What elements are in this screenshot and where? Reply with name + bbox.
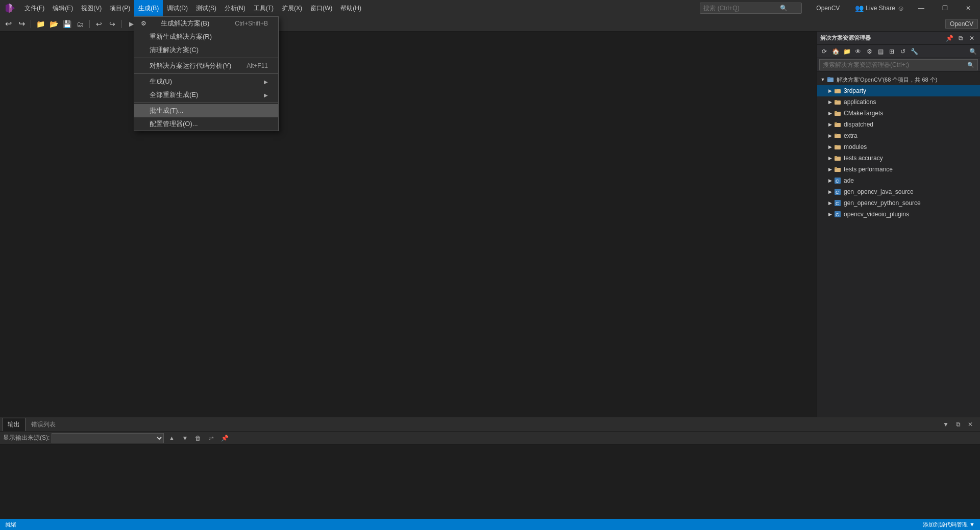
svg-text:C: C	[836, 179, 839, 184]
tree-item-modules[interactable]: ▶ modules	[817, 141, 980, 153]
output-clear-btn[interactable]: 🗑	[192, 433, 204, 444]
se-pin-btn[interactable]: 📌	[944, 33, 954, 43]
opencv-badge: OpenCV	[945, 19, 978, 29]
svg-rect-16	[835, 145, 837, 146]
live-share-area: 👥 Live Share ☺	[850, 4, 910, 12]
svg-rect-4	[827, 77, 830, 79]
toolbar-fwd-btn[interactable]: ↪	[15, 18, 28, 30]
menu-run-analysis[interactable]: 对解决方案运行代码分析(Y) Alt+F11	[134, 59, 278, 72]
tree-item-extra[interactable]: ▶ extra	[817, 130, 980, 141]
run-analysis-label: 对解决方案运行代码分析(Y)	[150, 61, 231, 70]
tab-output[interactable]: 输出	[2, 418, 26, 431]
menu-batch-build[interactable]: 批生成(T)...	[134, 104, 278, 117]
panel-dropdown-btn[interactable]: ▼	[940, 419, 951, 430]
live-share-label[interactable]: Live Share	[866, 5, 895, 12]
menu-edit[interactable]: 编辑(E)	[48, 0, 77, 16]
item-label-cmake: CMakeTargets	[844, 110, 883, 117]
toolbar-back-btn[interactable]: ↩	[2, 18, 14, 30]
special-icon-videoio: C	[834, 210, 842, 218]
se-settings-btn[interactable]: 🔧	[909, 46, 919, 57]
tree-item-gen-java[interactable]: ▶ C gen_opencv_java_source	[817, 186, 980, 197]
panel-close-btn[interactable]: ✕	[965, 419, 976, 430]
menu-debug[interactable]: 调试(D)	[163, 0, 192, 16]
tree-item-dispatched[interactable]: ▶ dispatched	[817, 119, 980, 130]
menu-rebuild-solution[interactable]: 重新生成解决方案(R)	[134, 30, 278, 43]
output-pin-btn[interactable]: 📌	[219, 433, 230, 444]
se-header-icons: 📌 ⧉ ✕	[944, 33, 977, 43]
menu-analyze[interactable]: 分析(N)	[220, 0, 250, 16]
expand-arrow-tests-perf: ▶	[826, 166, 834, 173]
menu-test[interactable]: 测试(S)	[192, 0, 220, 16]
menu-clean-solution[interactable]: 清理解决方案(C)	[134, 43, 278, 57]
se-show-all-btn[interactable]: 👁	[853, 46, 863, 57]
feedback-icon[interactable]: ☺	[897, 4, 904, 12]
close-button[interactable]: ✕	[957, 0, 980, 16]
expand-arrow-3rdparty: ▶	[826, 87, 834, 94]
svg-rect-18	[835, 156, 837, 158]
menu-view[interactable]: 视图(V)	[77, 0, 106, 16]
tree-solution-root[interactable]: ▼ 解决方案'OpenCV'(68 个项目，共 68 个)	[817, 74, 980, 85]
build-sub-arrow: ▶	[264, 79, 268, 85]
search-box[interactable]: 🔍	[700, 3, 802, 14]
se-search-input[interactable]	[823, 61, 965, 68]
menu-help[interactable]: 帮助(H)	[336, 0, 365, 16]
output-source-label: 显示输出来源(S):	[3, 434, 50, 442]
menu-build-solution[interactable]: ⚙ 生成解决方案(B) Ctrl+Shift+B	[134, 17, 278, 30]
folder-icon-dispatched	[834, 120, 842, 129]
tree-item-gen-python[interactable]: ▶ C gen_opencv_python_source	[817, 197, 980, 209]
toolbar-save-all-btn[interactable]: 🗂	[74, 18, 86, 30]
tree-item-ade[interactable]: ▶ C ade	[817, 175, 980, 186]
tab-errors[interactable]: 错误列表	[26, 418, 61, 431]
output-wrap-btn[interactable]: ⇌	[206, 433, 217, 444]
output-source-select[interactable]	[52, 433, 164, 443]
se-preview-btn[interactable]: ▤	[875, 46, 886, 57]
menu-tools[interactable]: 工具(T)	[250, 0, 278, 16]
se-props-btn[interactable]: ⚙	[864, 46, 874, 57]
tree-item-cmaketargets[interactable]: ▶ CMakeTargets	[817, 108, 980, 119]
menu-extend[interactable]: 扩展(X)	[278, 0, 306, 16]
tree-item-applications[interactable]: ▶ applications	[817, 96, 980, 108]
bottom-panel: 输出 错误列表 ▼ ⧉ ✕ 显示输出来源(S): ▲ ▼ 🗑 ⇌ 📌	[0, 417, 980, 519]
tree-item-videoio[interactable]: ▶ C opencv_videoio_plugins	[817, 209, 980, 220]
output-down-btn[interactable]: ▼	[179, 433, 190, 444]
tree-item-3rdparty[interactable]: ▶ 3rdparty	[817, 85, 980, 96]
toolbar-sep-1	[31, 20, 31, 28]
se-filter-btn[interactable]: ⊞	[887, 46, 897, 57]
tree-item-tests-accuracy[interactable]: ▶ tests accuracy	[817, 153, 980, 164]
search-input[interactable]	[703, 5, 780, 12]
se-float-btn[interactable]: ⧉	[955, 33, 966, 43]
output-up-btn[interactable]: ▲	[166, 433, 177, 444]
menu-project[interactable]: 项目(P)	[106, 0, 134, 16]
toolbar-undo-btn[interactable]: ↩	[93, 18, 105, 30]
se-close-btn[interactable]: ✕	[967, 33, 977, 43]
menu-window[interactable]: 窗口(W)	[306, 0, 336, 16]
item-label-videoio: opencv_videoio_plugins	[844, 211, 909, 218]
restore-button[interactable]: ❐	[933, 0, 957, 16]
expand-arrow-root: ▼	[819, 76, 826, 83]
menu-file[interactable]: 文件(F)	[20, 0, 48, 16]
menu-config-manager[interactable]: 配置管理器(O)...	[134, 117, 278, 131]
se-new-folder-btn[interactable]: 📁	[842, 46, 852, 57]
se-home-btn[interactable]: 🏠	[830, 46, 841, 57]
menu-build-sub[interactable]: 生成(U) ▶	[134, 75, 278, 88]
search-container: 🔍	[700, 3, 802, 14]
se-sync-btn[interactable]: ⟳	[819, 46, 829, 57]
status-ready[interactable]: 就绪	[3, 519, 18, 530]
expand-arrow-cmake: ▶	[826, 110, 834, 117]
menu-sep-1	[134, 58, 278, 58]
menu-build[interactable]: 生成(B)	[134, 0, 163, 16]
bottom-panel-controls: ▼ ⧉ ✕	[940, 419, 978, 431]
toolbar-save-btn[interactable]: 💾	[61, 18, 73, 30]
tree-item-tests-performance[interactable]: ▶ tests performance	[817, 164, 980, 175]
vs-logo-icon	[0, 0, 20, 16]
item-label-applications: applications	[844, 98, 876, 106]
menu-rebuild-all[interactable]: 全部重新生成(E) ▶	[134, 88, 278, 102]
minimize-button[interactable]: —	[910, 0, 933, 16]
toolbar-redo-btn[interactable]: ↪	[106, 18, 118, 30]
toolbar-open-btn[interactable]: 📂	[47, 18, 60, 30]
se-search-btn[interactable]: 🔍	[968, 46, 978, 57]
toolbar-new-project-btn[interactable]: 📁	[34, 18, 46, 30]
panel-float-btn[interactable]: ⧉	[952, 419, 964, 430]
se-refresh-btn[interactable]: ↺	[898, 46, 908, 57]
status-add-source[interactable]: 添加到源代码管理 ▼	[921, 519, 977, 530]
